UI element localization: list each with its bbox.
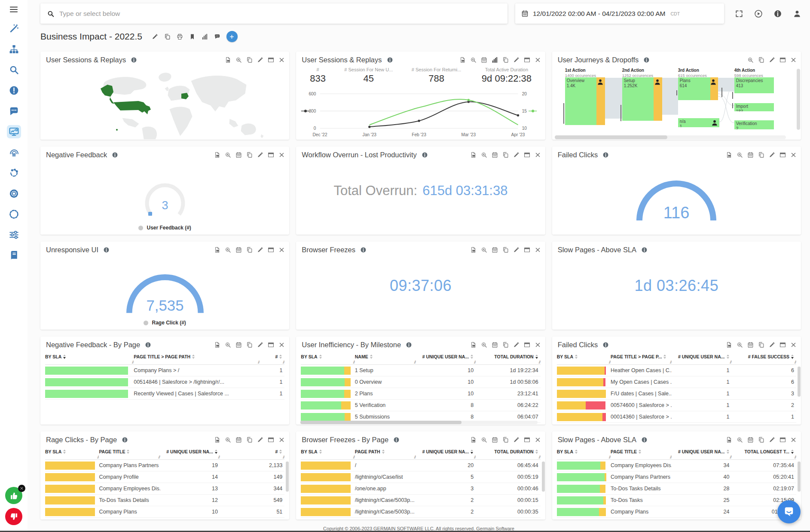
journey-node[interactable]: Import183 bbox=[734, 103, 774, 111]
copy-icon[interactable] bbox=[758, 152, 764, 158]
calendar-icon[interactable] bbox=[235, 437, 242, 443]
table-row[interactable]: Heather Open Cases | C...16 bbox=[557, 365, 796, 376]
column-header[interactable]: PAGE TITLE > PAGE PATH// bbox=[134, 351, 260, 364]
export-csv-icon[interactable] bbox=[225, 57, 231, 63]
export-csv-icon[interactable] bbox=[214, 437, 220, 443]
copy-icon[interactable] bbox=[246, 57, 253, 63]
journey-node[interactable]: Discrepancies413 bbox=[734, 77, 774, 93]
copy-icon[interactable] bbox=[758, 437, 764, 443]
vertical-scrollbar[interactable] bbox=[542, 462, 545, 492]
table-row[interactable]: Company Profile14149 bbox=[45, 471, 284, 483]
info-icon[interactable] bbox=[641, 247, 648, 253]
export-csv-icon[interactable] bbox=[470, 342, 477, 348]
zoom-icon[interactable] bbox=[747, 57, 754, 63]
sidebar-item-settings[interactable] bbox=[7, 187, 21, 200]
close-icon[interactable] bbox=[790, 152, 797, 158]
sidebar-item-dashboards[interactable] bbox=[7, 125, 21, 138]
zoom-icon[interactable] bbox=[225, 342, 231, 348]
calendar-icon[interactable] bbox=[235, 247, 242, 253]
close-icon[interactable] bbox=[535, 57, 541, 63]
window-icon[interactable] bbox=[779, 342, 786, 348]
copy-icon[interactable] bbox=[246, 247, 253, 253]
info-icon[interactable] bbox=[422, 152, 428, 158]
export-csv-icon[interactable] bbox=[470, 247, 477, 253]
sidebar-item-search[interactable] bbox=[7, 63, 21, 76]
vertical-scrollbar[interactable] bbox=[797, 69, 800, 130]
calendar-icon[interactable] bbox=[235, 152, 242, 158]
world-map[interactable] bbox=[46, 67, 284, 139]
window-icon[interactable] bbox=[779, 57, 786, 63]
column-header[interactable]: NAME// bbox=[355, 351, 416, 364]
table-row[interactable]: Company Plans2401:31:1... bbox=[557, 506, 796, 518]
info-icon[interactable] bbox=[387, 57, 393, 63]
close-icon[interactable] bbox=[278, 152, 285, 158]
close-icon[interactable] bbox=[535, 342, 541, 348]
zoom-icon[interactable] bbox=[225, 247, 231, 253]
table-row[interactable]: Company Plans Partners4005:20:41 bbox=[557, 471, 796, 483]
calendar-icon[interactable] bbox=[747, 152, 754, 158]
play-icon[interactable] bbox=[754, 9, 763, 18]
fullscreen-icon[interactable] bbox=[735, 9, 743, 18]
edit-icon[interactable] bbox=[769, 342, 775, 348]
table-row[interactable]: 00514846 | Salesforce > /lightning/r/...… bbox=[45, 376, 284, 388]
table-row[interactable]: /2006:45:44 bbox=[301, 460, 540, 471]
window-icon[interactable] bbox=[268, 437, 274, 443]
table-row[interactable]: My Open Cases | Cases ...16 bbox=[557, 376, 796, 388]
column-header[interactable]: TOTAL DURATION// bbox=[476, 446, 540, 459]
column-header[interactable]: PAGE TITLE > PAGE P...// bbox=[611, 351, 672, 364]
table-row[interactable]: Company Employees Dis...13344 bbox=[45, 483, 284, 495]
window-icon[interactable] bbox=[268, 57, 274, 63]
window-icon[interactable] bbox=[524, 247, 530, 253]
window-icon[interactable] bbox=[268, 152, 274, 158]
info-icon[interactable] bbox=[773, 9, 782, 18]
calendar-icon[interactable] bbox=[481, 57, 487, 63]
table-row[interactable]: Company Employees Dis...3407:35:44 bbox=[557, 460, 796, 471]
table-row[interactable]: F/U dates | Cases | Sale...13 bbox=[557, 388, 796, 400]
sidebar-item-session-replay[interactable] bbox=[7, 146, 21, 159]
sidebar-item-alerts[interactable] bbox=[7, 84, 21, 97]
table-row[interactable]: 00014360 | Salesforce > ...11 bbox=[557, 411, 796, 423]
search-bar[interactable] bbox=[40, 3, 507, 24]
calendar-icon[interactable] bbox=[747, 437, 754, 443]
table-row[interactable] bbox=[557, 423, 796, 425]
window-icon[interactable] bbox=[524, 437, 530, 443]
column-header[interactable]: #// bbox=[220, 446, 284, 459]
column-header[interactable]: #// bbox=[260, 351, 284, 364]
print-icon[interactable] bbox=[177, 34, 183, 40]
zoom-icon[interactable] bbox=[470, 57, 477, 63]
thumbs-up-button[interactable] bbox=[5, 487, 22, 504]
export-csv-icon[interactable] bbox=[214, 152, 220, 158]
info-icon[interactable] bbox=[131, 57, 137, 63]
table-row[interactable] bbox=[557, 518, 796, 520]
table-row[interactable]: /lightning/r/Case/5003p...200:00:35 bbox=[301, 506, 540, 518]
table-row[interactable]: 00574600 | Salesforce > ...12 bbox=[557, 400, 796, 411]
copy-icon[interactable] bbox=[246, 437, 253, 443]
window-icon[interactable] bbox=[779, 437, 786, 443]
close-icon[interactable] bbox=[535, 152, 541, 158]
zoom-icon[interactable] bbox=[481, 247, 487, 253]
close-icon[interactable] bbox=[790, 342, 797, 348]
table-row[interactable]: /one/one.app300:00:46 bbox=[301, 483, 540, 495]
close-icon[interactable] bbox=[535, 437, 541, 443]
info-icon[interactable] bbox=[406, 342, 412, 348]
journey-node[interactable]: Setup1.252K bbox=[622, 77, 662, 121]
table-row[interactable] bbox=[301, 518, 540, 520]
edit-icon[interactable] bbox=[513, 152, 520, 158]
column-header[interactable]: BY SLA// bbox=[301, 446, 355, 459]
edit-icon[interactable] bbox=[513, 437, 520, 443]
close-icon[interactable] bbox=[278, 437, 285, 443]
calendar-icon[interactable] bbox=[492, 437, 498, 443]
copy-icon[interactable] bbox=[502, 152, 509, 158]
zoom-icon[interactable] bbox=[225, 437, 231, 443]
column-header[interactable]: BY SLA// bbox=[45, 446, 99, 459]
journey-node[interactable]: Plans614 bbox=[678, 77, 718, 100]
sidebar-item-hierarchy[interactable] bbox=[7, 43, 21, 56]
journey-node[interactable]: n/a1 bbox=[678, 118, 719, 127]
edit-icon[interactable] bbox=[152, 34, 158, 40]
copy-icon[interactable] bbox=[502, 342, 509, 348]
copy-icon[interactable] bbox=[246, 152, 253, 158]
info-icon[interactable] bbox=[602, 342, 609, 348]
sidebar-item-scan[interactable] bbox=[7, 208, 21, 221]
horizontal-scrollbar[interactable] bbox=[555, 135, 786, 139]
sidebar-item-automation-wand[interactable] bbox=[7, 22, 21, 35]
